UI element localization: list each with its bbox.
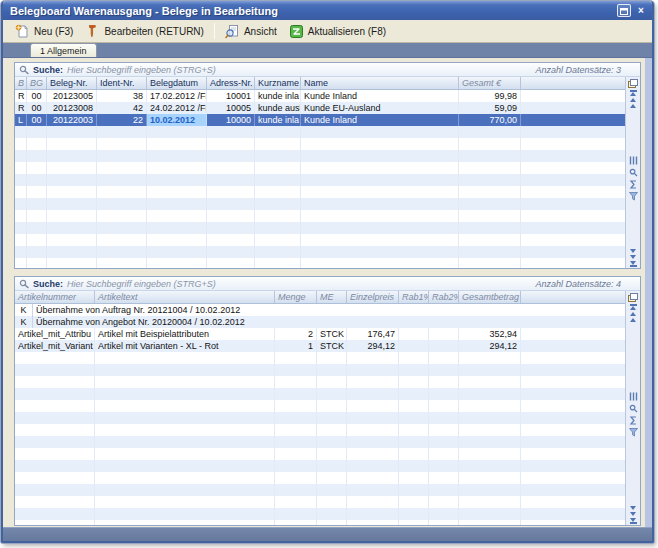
comment-row[interactable]: KÜbernahme von Auftrag Nr. 20121004 / 10… <box>15 304 625 316</box>
search-input[interactable]: Hier Suchbegriff eingeben (STRG+S) <box>67 279 531 289</box>
scroll-down-button[interactable] <box>630 249 636 253</box>
empty-row[interactable] <box>15 424 625 436</box>
edit-button[interactable]: Bearbeiten (RETURN) <box>79 21 209 42</box>
empty-row[interactable] <box>15 186 625 198</box>
scroll-first-button[interactable] <box>630 304 637 310</box>
table-row[interactable]: Artikel_mit_AttribuArtikel mit Beispiela… <box>15 328 625 340</box>
table-row[interactable]: L00201220032210.02.201210000kunde inlaKu… <box>15 114 625 126</box>
title-bar[interactable]: Belegboard Warenausgang - Belege in Bear… <box>3 1 652 20</box>
sum-row-icon[interactable] <box>628 415 639 425</box>
column-header[interactable]: Gesamt € <box>459 77 521 89</box>
cell: 352,94 <box>459 328 521 340</box>
column-header[interactable]: B <box>15 77 27 89</box>
scroll-pagedown-button[interactable] <box>630 512 636 516</box>
empty-row[interactable] <box>15 138 625 150</box>
empty-row[interactable] <box>15 150 625 162</box>
scroll-first-button[interactable] <box>630 90 637 96</box>
columns-icon[interactable] <box>628 391 639 401</box>
app-window: Belegboard Warenausgang - Belege in Bear… <box>1 1 654 543</box>
empty-row[interactable] <box>15 222 625 234</box>
empty-row[interactable] <box>15 388 625 400</box>
sum-row-icon[interactable] <box>628 180 639 190</box>
empty-row[interactable] <box>15 520 625 525</box>
column-header[interactable]: Ident-Nr. <box>97 77 147 89</box>
column-header[interactable]: Artikelnummer <box>15 291 95 303</box>
empty-row[interactable] <box>15 162 625 174</box>
table-row[interactable]: Artikel_mit_VariantArtikel mit Varianten… <box>15 340 625 352</box>
scroll-pagedown-button[interactable] <box>630 255 636 259</box>
column-header[interactable]: Rab1% <box>399 291 429 303</box>
cell: Artikel_mit_Variant <box>15 340 95 352</box>
empty-row[interactable] <box>15 246 625 258</box>
grid-body: KÜbernahme von Auftrag Nr. 20121004 / 10… <box>15 304 625 525</box>
cell <box>95 460 275 472</box>
scroll-last-button[interactable] <box>630 261 637 267</box>
empty-row[interactable] <box>15 472 625 484</box>
column-header[interactable]: ME <box>317 291 347 303</box>
view-button[interactable]: Ansicht <box>219 21 283 42</box>
scroll-up-button[interactable] <box>630 104 636 108</box>
cell <box>207 258 255 268</box>
empty-row[interactable] <box>15 448 625 460</box>
empty-row[interactable] <box>15 400 625 412</box>
column-header[interactable]: Gesamtbetrag <box>459 291 521 303</box>
search-input[interactable]: Hier Suchbegriff eingeben (STRG+S) <box>67 65 531 75</box>
column-header[interactable]: Beleg-Nr. <box>47 77 97 89</box>
cell <box>27 150 47 162</box>
empty-row[interactable] <box>15 460 625 472</box>
column-header[interactable]: Belegdatum <box>147 77 207 89</box>
cell <box>317 352 347 364</box>
empty-row[interactable] <box>15 174 625 186</box>
scroll-last-button[interactable] <box>630 518 637 524</box>
empty-row[interactable] <box>15 436 625 448</box>
empty-row[interactable] <box>15 198 625 210</box>
table-row[interactable]: R00201230053817.02.2012 /Fr10001kunde in… <box>15 90 625 102</box>
new-button[interactable]: Neu (F3) <box>9 21 79 42</box>
cell <box>399 364 429 376</box>
column-header[interactable]: Menge <box>275 291 317 303</box>
scroll-down-button[interactable] <box>630 506 636 510</box>
tab-allgemein[interactable]: 1 Allgemein <box>30 43 97 57</box>
column-header[interactable]: Einzelpreis <box>347 291 399 303</box>
columns-icon[interactable] <box>628 156 639 166</box>
empty-row[interactable] <box>15 126 625 138</box>
column-header[interactable]: BG <box>27 77 47 89</box>
search-row-icon[interactable] <box>628 403 639 413</box>
column-header[interactable]: Name <box>301 77 459 89</box>
column-header[interactable]: Kurzname <box>255 77 301 89</box>
empty-row[interactable] <box>15 412 625 424</box>
column-header[interactable]: Artikeltext <box>95 291 275 303</box>
cell <box>317 460 347 472</box>
empty-row[interactable] <box>15 376 625 388</box>
scroll-pageup-button[interactable] <box>630 312 636 316</box>
empty-row[interactable] <box>15 258 625 268</box>
comment-row[interactable]: KÜbernahme von Angebot Nr. 20120004 / 10… <box>15 316 625 328</box>
search-row-icon[interactable] <box>628 168 639 178</box>
cell <box>459 174 521 186</box>
column-header[interactable]: Rab2% <box>429 291 459 303</box>
cell <box>429 436 459 448</box>
cell <box>317 520 347 525</box>
empty-row[interactable] <box>15 508 625 520</box>
table-row[interactable]: R00201230084224.02.2012 /Fr10005kunde au… <box>15 102 625 114</box>
refresh-button[interactable]: Aktualisieren (F8) <box>283 21 392 42</box>
column-chooser-icon[interactable] <box>628 78 639 88</box>
cell <box>27 138 47 150</box>
scroll-up-button[interactable] <box>630 318 636 322</box>
scroll-pageup-button[interactable] <box>630 98 636 102</box>
close-button[interactable]: × <box>634 4 648 17</box>
empty-row[interactable] <box>15 484 625 496</box>
filter-row-icon[interactable] <box>628 192 639 202</box>
empty-row[interactable] <box>15 364 625 376</box>
positions-search-bar[interactable]: Suche: Hier Suchbegriff eingeben (STRG+S… <box>15 277 640 291</box>
empty-row[interactable] <box>15 210 625 222</box>
filter-row-icon[interactable] <box>628 427 639 437</box>
column-header[interactable]: Adress-Nr. <box>207 77 255 89</box>
empty-row[interactable] <box>15 352 625 364</box>
cell <box>301 150 459 162</box>
column-chooser-icon[interactable] <box>628 292 639 302</box>
documents-search-bar[interactable]: Suche: Hier Suchbegriff eingeben (STRG+S… <box>15 63 640 77</box>
empty-row[interactable] <box>15 234 625 246</box>
restore-button[interactable] <box>617 4 631 17</box>
empty-row[interactable] <box>15 496 625 508</box>
